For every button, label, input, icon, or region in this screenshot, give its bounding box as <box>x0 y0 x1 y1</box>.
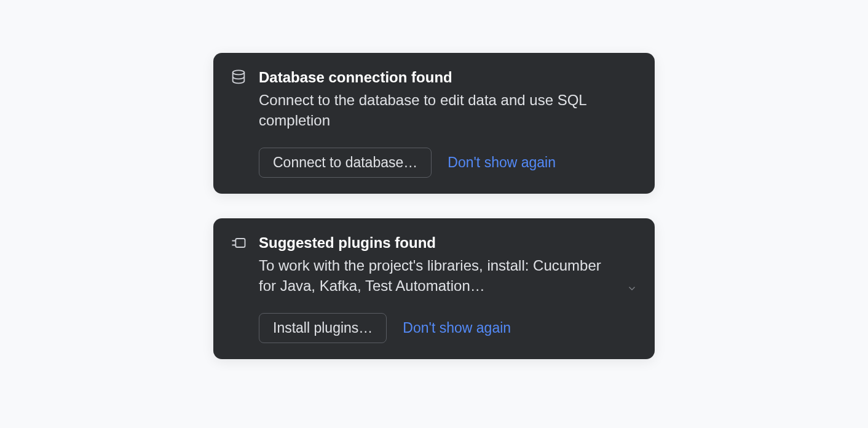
notification-actions: Connect to database… Don't show again <box>259 148 639 178</box>
svg-point-0 <box>233 70 245 74</box>
notification-title: Suggested plugins found <box>259 233 639 252</box>
connect-database-button[interactable]: Connect to database… <box>259 148 432 178</box>
plugin-icon <box>229 233 248 252</box>
notification-description: Connect to the database to edit data and… <box>259 90 639 130</box>
notification-title: Database connection found <box>259 68 639 87</box>
database-icon <box>229 68 248 86</box>
notification-description: To work with the project's libraries, in… <box>259 256 639 296</box>
notification-content: Database connection found Connect to the… <box>259 68 639 178</box>
notification-content: Suggested plugins found To work with the… <box>259 233 639 343</box>
chevron-down-icon[interactable] <box>625 282 639 295</box>
dont-show-again-button[interactable]: Don't show again <box>448 154 556 171</box>
svg-rect-1 <box>235 239 245 247</box>
install-plugins-button[interactable]: Install plugins… <box>259 313 387 343</box>
notification-actions: Install plugins… Don't show again <box>259 313 639 343</box>
notification-card: Database connection found Connect to the… <box>213 53 655 194</box>
dont-show-again-button[interactable]: Don't show again <box>403 320 511 336</box>
notification-card: Suggested plugins found To work with the… <box>213 218 655 359</box>
